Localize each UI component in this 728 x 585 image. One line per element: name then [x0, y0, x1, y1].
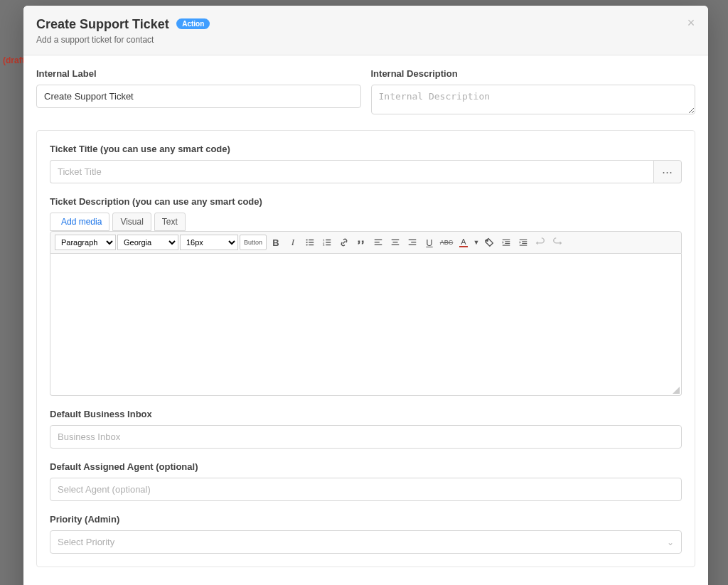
size-select[interactable]: 16px — [180, 235, 238, 250]
internal-desc-label: Internal Description — [371, 68, 696, 79]
button-insert[interactable]: Button — [240, 235, 267, 250]
undo-button[interactable] — [532, 235, 548, 250]
bullet-list-button[interactable] — [302, 235, 318, 250]
strike-button[interactable]: ABC — [439, 235, 454, 250]
align-center-button[interactable] — [387, 235, 403, 250]
svg-rect-16 — [375, 245, 382, 245]
internal-label-label: Internal Label — [36, 68, 361, 79]
create-ticket-modal: Create Support Ticket Action Add a suppo… — [23, 6, 708, 585]
svg-rect-29 — [522, 241, 527, 242]
link-button[interactable] — [336, 235, 352, 250]
modal-header: Create Support Ticket Action Add a suppo… — [23, 6, 708, 55]
internal-label-input[interactable] — [36, 85, 361, 108]
ticket-desc-label: Ticket Description (you can use any smar… — [50, 196, 682, 207]
modal-title: Create Support Ticket — [36, 17, 169, 32]
modal-footer: Save Settings — [23, 580, 708, 585]
outdent-icon — [501, 237, 511, 247]
svg-rect-19 — [392, 245, 400, 245]
italic-button[interactable]: I — [285, 235, 301, 250]
svg-rect-25 — [505, 241, 510, 242]
assigned-agent-input[interactable] — [50, 478, 682, 501]
close-icon: × — [687, 16, 695, 30]
svg-rect-31 — [520, 245, 528, 246]
svg-point-2 — [306, 239, 308, 240]
bullet-list-icon — [305, 237, 315, 247]
editor-tabs: Add media Visual Text — [50, 213, 682, 231]
chevron-down-icon: ⌄ — [667, 537, 674, 547]
svg-rect-17 — [392, 240, 400, 240]
outdent-button[interactable] — [498, 235, 514, 250]
close-button[interactable]: × — [685, 16, 697, 29]
tag-icon — [484, 237, 494, 247]
svg-rect-20 — [409, 240, 417, 240]
align-left-button[interactable] — [370, 235, 386, 250]
priority-select[interactable]: Select Priority ⌄ — [50, 530, 682, 554]
svg-rect-11 — [326, 242, 331, 242]
text-color-icon: A — [459, 238, 468, 247]
svg-rect-18 — [393, 242, 398, 242]
editor-content-area[interactable] — [50, 254, 682, 396]
modal-subtitle: Add a support ticket for contact — [36, 35, 695, 45]
quote-icon — [356, 237, 366, 247]
smart-code-button[interactable]: ⋯ — [653, 160, 682, 183]
indent-icon — [518, 237, 528, 247]
tab-add-media[interactable]: Add media — [50, 213, 109, 231]
align-center-icon — [390, 237, 400, 247]
align-right-button[interactable] — [405, 235, 420, 250]
internal-desc-textarea[interactable] — [371, 85, 696, 114]
form-card: Ticket Title (you can use any smart code… — [36, 130, 695, 567]
svg-rect-24 — [503, 240, 510, 240]
resize-handle[interactable] — [673, 387, 680, 394]
action-badge: Action — [176, 18, 210, 29]
numbered-list-icon: 123 — [322, 237, 332, 247]
editor-toolbar: Paragraph Georgia 16px Button B I 123 — [50, 231, 682, 254]
italic-icon: I — [291, 237, 294, 248]
business-inbox-input[interactable] — [50, 425, 682, 449]
redo-button[interactable] — [550, 235, 565, 250]
undo-icon — [535, 237, 545, 247]
assigned-agent-label: Default Assigned Agent (optional) — [50, 461, 682, 472]
svg-rect-5 — [309, 242, 314, 242]
priority-placeholder: Select Priority — [58, 537, 114, 547]
ticket-title-input[interactable] — [50, 160, 653, 183]
svg-point-6 — [306, 244, 308, 245]
underline-icon: U — [426, 237, 432, 248]
tab-text[interactable]: Text — [154, 213, 186, 231]
text-color-caret[interactable]: ▼ — [473, 235, 480, 250]
bold-button[interactable]: B — [268, 235, 284, 250]
modal-body: Internal Label Internal Description Tick… — [23, 55, 708, 580]
svg-rect-3 — [309, 240, 314, 240]
svg-point-23 — [487, 240, 488, 242]
svg-rect-13 — [326, 245, 331, 245]
dots-icon: ⋯ — [662, 166, 673, 178]
svg-text:3: 3 — [323, 243, 325, 247]
bold-icon: B — [272, 237, 279, 248]
align-left-icon — [373, 237, 383, 247]
paragraph-select[interactable]: Paragraph — [55, 235, 116, 250]
indent-button[interactable] — [515, 235, 531, 250]
svg-rect-9 — [326, 240, 331, 240]
redo-icon — [552, 237, 562, 247]
priority-label: Priority (Admin) — [50, 514, 682, 525]
ticket-title-group: ⋯ — [50, 160, 682, 183]
svg-rect-14 — [375, 240, 382, 240]
business-inbox-label: Default Business Inbox — [50, 409, 682, 419]
svg-rect-26 — [505, 243, 510, 244]
tab-add-media-label: Add media — [61, 217, 102, 227]
strike-icon: ABC — [440, 239, 454, 246]
link-icon — [339, 237, 349, 247]
svg-rect-22 — [409, 245, 417, 245]
align-right-icon — [407, 237, 417, 247]
svg-rect-7 — [309, 245, 314, 245]
font-select[interactable]: Georgia — [117, 235, 178, 250]
svg-rect-28 — [520, 240, 528, 240]
quote-button[interactable] — [353, 235, 369, 250]
text-color-button[interactable]: A — [456, 235, 471, 250]
tag-button[interactable] — [481, 235, 497, 250]
svg-point-4 — [306, 242, 308, 243]
numbered-list-button[interactable]: 123 — [319, 235, 335, 250]
ticket-title-label: Ticket Title (you can use any smart code… — [50, 144, 682, 154]
underline-button[interactable]: U — [422, 235, 437, 250]
top-row: Internal Label Internal Description — [36, 68, 695, 117]
tab-visual[interactable]: Visual — [112, 213, 151, 231]
